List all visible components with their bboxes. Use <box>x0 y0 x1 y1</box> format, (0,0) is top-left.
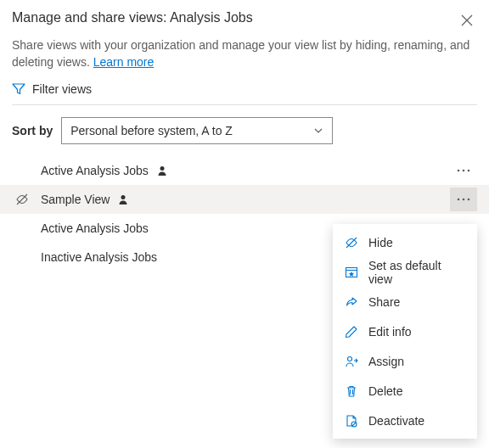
svg-point-1 <box>458 170 460 172</box>
view-label: Sample View <box>41 193 110 206</box>
svg-point-12 <box>348 356 352 361</box>
menu-share[interactable]: Share <box>333 287 477 316</box>
more-icon <box>457 198 470 201</box>
menu-edit-info[interactable]: Edit info <box>333 316 477 346</box>
view-label: Active Analysis Jobs <box>41 221 149 235</box>
view-row[interactable]: Active Analysis Jobs <box>0 156 489 185</box>
svg-point-7 <box>463 199 465 201</box>
svg-point-6 <box>458 199 460 201</box>
sort-dropdown-value: Personal before system, A to Z <box>70 124 233 137</box>
menu-set-default[interactable]: Set as default view <box>333 257 477 287</box>
menu-label: Deactivate <box>368 414 424 428</box>
assign-icon <box>345 355 358 368</box>
sort-by-label: Sort by <box>12 124 53 137</box>
view-label: Active Analysis Jobs <box>41 164 149 177</box>
menu-delete[interactable]: Delete <box>333 376 477 406</box>
more-actions-button[interactable] <box>450 159 477 182</box>
menu-hide[interactable]: Hide <box>333 227 477 257</box>
person-icon <box>118 194 128 204</box>
pencil-icon <box>345 325 358 339</box>
panel-description: Share views with your organization and m… <box>12 37 477 70</box>
more-actions-button[interactable] <box>450 188 477 211</box>
menu-label: Hide <box>368 236 393 249</box>
menu-deactivate[interactable]: Deactivate <box>333 406 477 435</box>
person-icon <box>157 165 167 176</box>
trash-icon <box>345 384 358 398</box>
chevron-down-icon <box>313 126 323 136</box>
learn-more-link[interactable]: Learn more <box>93 55 155 69</box>
sort-dropdown[interactable]: Personal before system, A to Z <box>61 117 333 144</box>
svg-point-2 <box>463 170 465 172</box>
filter-views-button[interactable]: Filter views <box>12 82 477 105</box>
context-menu: Hide Set as default view Share Edit info… <box>333 224 477 439</box>
menu-assign[interactable]: Assign <box>333 346 477 376</box>
menu-label: Delete <box>368 384 402 398</box>
svg-point-3 <box>468 170 470 172</box>
hide-icon <box>345 236 358 249</box>
filter-views-label: Filter views <box>32 82 92 96</box>
default-view-icon <box>345 266 358 279</box>
view-label: Inactive Analysis Jobs <box>41 250 157 264</box>
description-text: Share views with your organization and m… <box>12 38 469 69</box>
menu-label: Assign <box>368 355 404 368</box>
menu-label: Share <box>368 295 400 309</box>
panel-title: Manage and share views: Analysis Jobs <box>12 10 253 25</box>
menu-label: Edit info <box>368 325 412 339</box>
deactivate-icon <box>345 414 358 428</box>
share-icon <box>345 295 358 309</box>
view-row[interactable]: Sample View <box>0 185 489 214</box>
svg-point-8 <box>468 199 470 201</box>
close-icon <box>461 14 473 26</box>
funnel-icon <box>12 82 25 96</box>
menu-label: Set as default view <box>368 259 465 286</box>
svg-point-5 <box>121 195 126 199</box>
close-button[interactable] <box>457 10 477 31</box>
hidden-icon <box>15 193 29 206</box>
svg-point-0 <box>160 166 164 171</box>
more-icon <box>457 169 470 172</box>
